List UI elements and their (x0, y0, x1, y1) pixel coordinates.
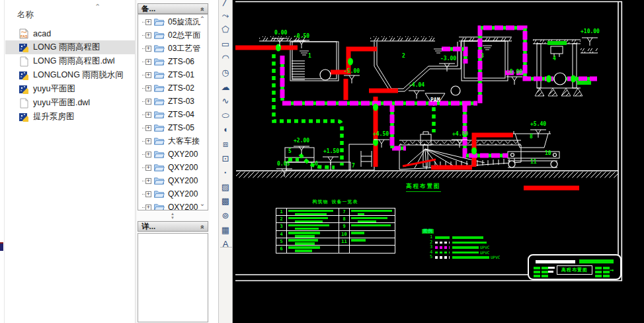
cad-label: 3 (481, 53, 484, 59)
circle-icon[interactable]: ◷ (220, 66, 231, 80)
cad-label: 0.05 (277, 161, 290, 167)
point-icon[interactable]: ▪ (220, 165, 231, 180)
dwg-file-icon (19, 70, 29, 81)
sheets-section-header[interactable]: 备... » (138, 3, 208, 14)
expand-icon[interactable]: + (145, 165, 151, 171)
folder-icon (153, 31, 165, 40)
sheet-tree-item[interactable]: +大客车接 (138, 134, 208, 148)
cad-label: 10 (545, 150, 551, 156)
table-number-cell: 9 (339, 223, 350, 230)
tree-connector (142, 75, 145, 75)
region-icon[interactable]: ⊚ (220, 208, 231, 223)
cad-label: -3.00 (440, 56, 456, 62)
cad-label: -8.00 (506, 69, 522, 75)
expand-icon[interactable]: + (145, 178, 151, 184)
sheet-name: 03工艺管 (168, 43, 200, 54)
sheet-tree-item[interactable]: +03工艺管 (138, 42, 208, 55)
sheet-tree-item[interactable]: +QXY200 (138, 148, 208, 161)
sheet-tree-item[interactable]: +QXY200 (138, 201, 208, 210)
details-section-header[interactable]: 详... » (138, 221, 208, 232)
palette-splitter[interactable]: ▲▼ (138, 212, 208, 220)
legend-title: 图例 (422, 229, 434, 234)
sheet-tree-item[interactable]: +ZTS-05 (138, 121, 208, 134)
sheet-tree-item[interactable]: +ZTS-01 (138, 68, 208, 81)
name-column-header[interactable]: 名称 (17, 9, 34, 21)
gradient-icon[interactable]: ▩ (220, 194, 231, 208)
collapse-section-icon[interactable]: » (197, 225, 206, 229)
create-block-icon[interactable]: ⊡ (220, 152, 231, 166)
file-item[interactable]: LONG 雨雨高程图.dwl (5, 54, 135, 68)
sheet-tree-item[interactable]: +05旋流沉 (138, 15, 208, 28)
tree-connector (142, 22, 145, 23)
expand-icon[interactable]: + (145, 59, 151, 65)
file-name: yuyu平面图 (33, 83, 75, 95)
table-text-bar (351, 239, 366, 242)
table-text-bar (295, 235, 315, 238)
sheet-tree-item[interactable]: +QXY200 (138, 174, 208, 187)
sheet-tree-item[interactable]: +ZTS-06 (138, 55, 208, 68)
sheet-tree-item[interactable]: +ZTS-02 (138, 81, 208, 95)
table-text-cell (287, 231, 339, 238)
sheet-tree-item[interactable]: +QXY200 (138, 161, 208, 174)
expand-icon[interactable]: + (145, 191, 151, 197)
sheet-name: 大客车接 (168, 136, 200, 147)
expand-icon[interactable]: + (145, 112, 151, 118)
file-item[interactable]: LONG 雨雨高程图 (5, 40, 135, 54)
sort-ascending-icon[interactable]: ⌃ (95, 3, 101, 11)
rectangle-icon[interactable]: ▭ (220, 37, 231, 52)
hatch-icon[interactable]: ▨ (220, 180, 231, 195)
spline-icon[interactable]: ∿ (220, 94, 231, 109)
folder-icon (153, 150, 165, 159)
sheet-name: ZTS-03 (168, 97, 194, 106)
tree-connector (142, 154, 145, 155)
sheet-tree-item[interactable]: +02总平面 (138, 28, 208, 42)
sheets-section-title: 备... (141, 5, 155, 13)
collapse-section-icon[interactable]: » (197, 7, 206, 11)
polyline-icon[interactable]: ⤳ (220, 9, 231, 23)
title-block-cell (542, 275, 548, 277)
insert-block-icon[interactable]: ⧈ (220, 137, 231, 152)
north-arrow-icon: → (610, 267, 614, 273)
expand-icon[interactable]: + (145, 72, 151, 78)
tree-connector (142, 128, 145, 128)
cad-drawing-canvas[interactable]: 高程布置图 构筑物 设备一览表 1728394105116 图例 123UPVC… (233, 0, 644, 323)
expand-icon[interactable]: + (145, 125, 151, 131)
scroll-down-icon[interactable]: ⌄ (198, 201, 206, 208)
sheet-tree-item[interactable]: +ZTS-04 (138, 108, 208, 121)
expand-icon[interactable]: + (145, 85, 151, 91)
scroll-up-icon[interactable]: ⌃ (198, 16, 206, 24)
file-item[interactable]: yuyu平面图.dwl (5, 96, 135, 110)
file-item[interactable]: 提升泵房图 (5, 110, 135, 124)
revision-cloud-icon[interactable]: ☁ (220, 80, 231, 95)
title-block-cell (603, 267, 610, 269)
table-number-cell: 5 (276, 238, 287, 245)
line-icon[interactable]: ╱ (220, 0, 231, 9)
table-text-bar (295, 242, 315, 245)
left-edge-strip (0, 0, 5, 323)
sheet-tree-item[interactable]: +ZTS-03 (138, 95, 208, 108)
expand-icon[interactable]: + (145, 46, 151, 52)
sheet-name: QXY200 (168, 163, 198, 172)
expand-icon[interactable]: + (145, 19, 151, 25)
arc-icon[interactable]: ◠ (220, 51, 231, 66)
text-icon[interactable]: A (220, 237, 231, 252)
ellipse-icon[interactable]: ⬭ (220, 109, 231, 123)
title-block-cell (534, 267, 540, 269)
sheet-tree-item[interactable]: +QXY200 (138, 187, 208, 201)
table-icon[interactable]: ▦ (220, 223, 231, 238)
expand-icon[interactable]: + (145, 138, 151, 144)
file-item[interactable]: FASacad (5, 26, 135, 40)
expand-icon[interactable]: + (145, 99, 151, 105)
legend-line-sample (435, 252, 450, 254)
table-text-bar (351, 224, 391, 227)
polygon-icon[interactable]: ⬠ (220, 23, 231, 37)
expand-icon[interactable]: + (145, 32, 151, 38)
expand-icon[interactable]: + (145, 152, 151, 158)
cad-label: 5 (288, 148, 292, 154)
ellipse-arc-icon[interactable]: ◖ (220, 122, 231, 137)
expand-icon[interactable]: + (145, 205, 151, 210)
file-item[interactable]: yuyu平面图 (5, 82, 135, 96)
folder-icon (153, 124, 165, 132)
table-number-cell: 10 (339, 231, 350, 238)
file-item[interactable]: LONGLONG 雨雨脱水间 (5, 68, 135, 82)
